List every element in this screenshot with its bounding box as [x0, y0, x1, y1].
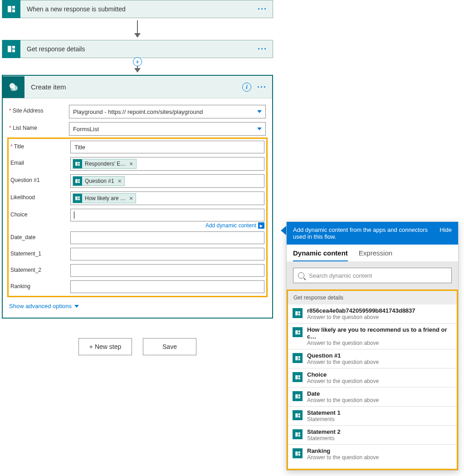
dyn-item[interactable]: RankingAnswer to the question above: [288, 445, 457, 463]
step-create-item-card: Create item i ··· * Site Address Playgro…: [2, 75, 273, 319]
likelihood-input[interactable]: How likely are … ×: [70, 191, 264, 205]
svg-rect-30: [295, 394, 298, 398]
info-icon[interactable]: i: [242, 83, 251, 92]
step-get-response-card[interactable]: Get response details ···: [2, 40, 273, 58]
site-address-dropdown[interactable]: Playground - https:// repoint.com/sites/…: [69, 105, 266, 118]
dyn-section-title: Get response details: [288, 291, 457, 304]
statement1-input[interactable]: [70, 248, 264, 260]
forms-icon: [293, 410, 303, 420]
title-input[interactable]: Title: [70, 141, 264, 153]
svg-rect-40: [298, 451, 300, 453]
svg-rect-11: [78, 164, 80, 166]
dyn-search-wrap: Search dynamic content: [287, 261, 458, 290]
action-buttons: +New step Save: [2, 338, 273, 355]
step-trigger-card[interactable]: When a new response is submitted ···: [2, 0, 273, 18]
svg-rect-19: [298, 311, 300, 313]
flow-arrow-with-add: +: [2, 58, 273, 75]
label-title: * Title: [10, 141, 70, 150]
add-step-icon[interactable]: +: [133, 57, 142, 66]
token-question1[interactable]: Question #1 ×: [73, 176, 125, 186]
tab-expression[interactable]: Expression: [359, 249, 392, 261]
choice-input[interactable]: [70, 209, 264, 221]
panel-pointer: [281, 226, 286, 235]
email-input[interactable]: Responders' E… ×: [70, 157, 264, 171]
tab-dynamic-content[interactable]: Dynamic content: [293, 249, 348, 261]
svg-rect-36: [295, 432, 298, 436]
step-menu-icon[interactable]: ···: [258, 44, 267, 54]
dyn-item[interactable]: Statement 2Statements: [288, 426, 457, 445]
svg-rect-25: [298, 356, 300, 358]
label-statement2: Statement_2: [10, 264, 70, 273]
chevron-down-icon: [257, 110, 262, 113]
statement2-input[interactable]: [70, 264, 264, 277]
svg-rect-17: [78, 199, 80, 201]
dyn-item[interactable]: r856cea4e0ab742059599b841743d8837Answer …: [288, 304, 457, 324]
dyn-panel-header: Add dynamic content from the apps and co…: [287, 222, 458, 245]
svg-rect-9: [75, 162, 78, 166]
search-input[interactable]: Search dynamic content: [293, 268, 452, 283]
step-menu-icon[interactable]: ···: [257, 82, 267, 92]
token-responders-email[interactable]: Responders' E… ×: [73, 159, 137, 169]
dyn-item[interactable]: DateAnswer to the question above: [288, 388, 457, 407]
step-menu-icon[interactable]: ···: [258, 5, 267, 14]
question1-input[interactable]: Question #1 ×: [70, 174, 264, 188]
label-question1: Question #1: [10, 174, 70, 183]
token-likelihood[interactable]: How likely are … ×: [73, 193, 136, 203]
svg-rect-16: [78, 196, 80, 198]
token-remove-icon[interactable]: ×: [127, 195, 136, 202]
svg-rect-31: [298, 394, 300, 396]
svg-rect-12: [75, 179, 78, 183]
svg-rect-15: [75, 196, 78, 200]
dyn-item[interactable]: Statement 1Statements: [288, 407, 457, 426]
list-name-dropdown[interactable]: FormsList: [69, 122, 266, 136]
svg-rect-1: [12, 6, 15, 9]
svg-rect-18: [295, 311, 298, 315]
hide-button[interactable]: Hide: [440, 226, 452, 240]
highlighted-fields: * Title Title Email Responders' E… ×: [7, 137, 268, 297]
svg-rect-41: [298, 454, 300, 456]
svg-rect-32: [298, 397, 300, 398]
dyn-item[interactable]: How likely are you to recommend us to a …: [288, 324, 457, 349]
svg-rect-5: [12, 49, 15, 52]
dyn-item[interactable]: ChoiceAnswer to the question above: [288, 368, 457, 388]
flow-arrow: [2, 18, 273, 40]
new-step-button[interactable]: +New step: [78, 338, 132, 355]
forms-icon: [2, 40, 20, 58]
dyn-item[interactable]: Question #1Answer to the question above: [288, 349, 457, 368]
svg-rect-13: [78, 179, 80, 181]
show-advanced-options-link[interactable]: Show advanced options: [9, 303, 266, 309]
svg-rect-2: [12, 10, 15, 12]
token-remove-icon[interactable]: ×: [115, 177, 124, 185]
forms-icon: [293, 308, 303, 318]
svg-rect-28: [298, 375, 300, 377]
search-icon: [298, 272, 304, 279]
chevron-down-icon: [257, 128, 262, 130]
svg-rect-20: [298, 314, 300, 315]
add-dynamic-content-link[interactable]: Add dynamic content ▸: [70, 222, 264, 229]
svg-rect-14: [78, 182, 80, 183]
step-create-item-header[interactable]: Create item i ···: [3, 76, 272, 98]
forms-icon: [73, 177, 82, 186]
svg-rect-23: [298, 333, 300, 334]
svg-rect-37: [298, 432, 300, 434]
sharepoint-icon: [3, 76, 24, 98]
label-likelihood: Likelihood: [10, 191, 70, 201]
svg-rect-3: [8, 46, 11, 52]
forms-icon: [293, 429, 303, 439]
save-button[interactable]: Save: [143, 338, 196, 355]
svg-rect-34: [298, 413, 300, 415]
label-list-name: * List Name: [9, 122, 69, 131]
svg-rect-33: [295, 413, 298, 417]
date-input[interactable]: [70, 231, 264, 244]
dyn-list-highlighted: Get response details r856cea4e0ab7420595…: [287, 290, 458, 470]
forms-icon: [293, 353, 303, 363]
svg-rect-35: [298, 416, 300, 417]
svg-rect-27: [295, 375, 298, 379]
forms-icon: [293, 327, 303, 337]
svg-point-8: [10, 87, 15, 91]
svg-rect-10: [78, 162, 80, 164]
forms-icon: [2, 0, 20, 18]
ranking-input[interactable]: [70, 280, 264, 293]
token-remove-icon[interactable]: ×: [127, 160, 136, 167]
site-address-value: Playground - https:// repoint.com/sites/…: [73, 108, 203, 115]
